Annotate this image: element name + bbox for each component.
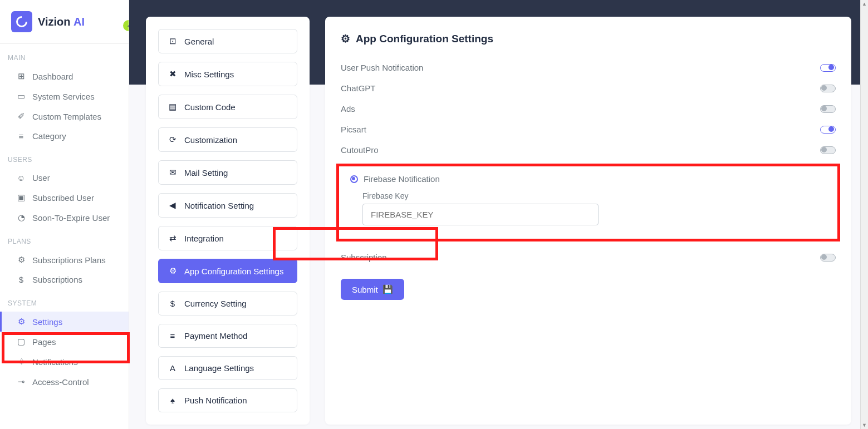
- submit-button[interactable]: Submit💾: [341, 279, 404, 300]
- clock-icon: ◔: [17, 213, 26, 223]
- section-plans-heading: PLANS: [0, 228, 129, 250]
- sidebar-collapse-button[interactable]: ‹: [123, 20, 129, 31]
- user-icon: ☺: [17, 173, 26, 183]
- sidebar-item-access-control[interactable]: ⊸Access-Control: [0, 372, 129, 392]
- tab-customization[interactable]: ⟳Customization: [158, 127, 297, 152]
- tab-label: Push Notification: [184, 396, 247, 405]
- sidebar-item-label: Subscriptions Plans: [32, 255, 106, 265]
- option-label: Ads: [341, 104, 355, 114]
- sidebar-item-label: Soon-To-Expire User: [32, 213, 110, 223]
- bell-icon: ♤: [17, 357, 26, 367]
- coins-icon: ≡: [168, 331, 178, 341]
- settings-tabs-card: ⊡General ✖Misc Settings ▤Custom Code ⟳Cu…: [146, 17, 310, 425]
- option-label: Subscription: [341, 253, 387, 262]
- tab-label: Customization: [184, 135, 237, 145]
- tab-app-config[interactable]: ⚙App Configuration Settings: [158, 259, 297, 283]
- tab-label: Custom Code: [184, 102, 236, 112]
- toggle-ads[interactable]: [820, 105, 836, 113]
- sidebar-item-label: Subscribed User: [32, 193, 94, 203]
- sidebar-item-category[interactable]: ≡Category: [0, 126, 129, 146]
- firebase-radio[interactable]: [350, 175, 358, 183]
- tab-label: General: [184, 37, 214, 46]
- option-ads: Ads: [341, 98, 836, 119]
- paint-icon: ⟳: [168, 135, 178, 145]
- tab-general[interactable]: ⊡General: [158, 29, 297, 53]
- option-label: CutoutPro: [341, 145, 379, 155]
- sidebar-item-subscription-plans[interactable]: ⚙Subscriptions Plans: [0, 250, 129, 270]
- firebase-key-label: Firebase Key: [362, 191, 826, 200]
- content: ⊡General ✖Misc Settings ▤Custom Code ⟳Cu…: [129, 0, 868, 429]
- tab-label: Payment Method: [184, 331, 247, 341]
- tab-language-settings[interactable]: ALanguage Settings: [158, 356, 297, 380]
- tab-integration[interactable]: ⇄Integration: [158, 226, 297, 250]
- sidebar-item-label: Access-Control: [32, 377, 89, 387]
- cube-icon: ⊡: [168, 36, 178, 46]
- option-user-push: User Push Notification: [341, 57, 836, 78]
- section-system-heading: SYSTEM: [0, 289, 129, 312]
- toggle-picsart[interactable]: [820, 126, 836, 134]
- sidebar-item-custom-templates[interactable]: ✐Custom Templates: [0, 106, 129, 126]
- tools-icon: ✖: [168, 69, 178, 79]
- sidebar-item-settings[interactable]: ⚙Settings: [0, 312, 129, 332]
- sidebar: Vizion AI ‹ MAIN ⊞Dashboard ▭System Serv…: [0, 0, 129, 429]
- tab-misc-settings[interactable]: ✖Misc Settings: [158, 62, 297, 86]
- main: ⊡General ✖Misc Settings ▤Custom Code ⟳Cu…: [129, 0, 868, 429]
- tab-custom-code[interactable]: ▤Custom Code: [158, 95, 297, 119]
- sidebar-item-label: Subscriptions: [32, 275, 82, 284]
- firebase-key-input[interactable]: [362, 204, 599, 225]
- option-subscription: Subscription: [341, 247, 836, 268]
- tab-mail-setting[interactable]: ✉Mail Setting: [158, 160, 297, 185]
- logo-icon: [11, 11, 32, 32]
- sidebar-item-subscribed-user[interactable]: ▣Subscribed User: [0, 188, 129, 208]
- toggle-subscription[interactable]: [820, 254, 836, 262]
- dollar-icon: $: [168, 299, 178, 308]
- sidebar-item-subscriptions[interactable]: $Subscriptions: [0, 270, 129, 289]
- option-label: Picsart: [341, 125, 366, 134]
- sliders-icon: ⇄: [168, 233, 178, 243]
- monitor-icon: ▭: [17, 91, 26, 101]
- tab-notification-setting[interactable]: ◀Notification Setting: [158, 193, 297, 218]
- firebase-label: Firebase Notification: [364, 174, 440, 184]
- sidebar-item-label: User: [32, 173, 50, 183]
- tab-push-notification[interactable]: ♠Push Notification: [158, 388, 297, 412]
- firebase-highlight-box: Firebase Notification Firebase Key: [336, 164, 840, 241]
- option-chatgpt: ChatGPT: [341, 78, 836, 98]
- toggle-user-push[interactable]: [820, 64, 836, 72]
- sidebar-item-label: System Services: [32, 92, 95, 101]
- mail-icon: ✉: [168, 167, 178, 177]
- tab-currency-setting[interactable]: $Currency Setting: [158, 292, 297, 315]
- sidebar-item-user[interactable]: ☺User: [0, 168, 129, 188]
- section-users-heading: USERS: [0, 146, 129, 168]
- tab-payment-method[interactable]: ≡Payment Method: [158, 324, 297, 348]
- toggle-cutoutpro[interactable]: [820, 146, 836, 154]
- tab-label: App Configuration Settings: [184, 267, 283, 276]
- gear-icon: ⚙: [17, 317, 26, 327]
- sidebar-item-soon-to-expire[interactable]: ◔Soon-To-Expire User: [0, 208, 129, 228]
- page-icon: ▢: [17, 337, 26, 347]
- sidebar-item-dashboard[interactable]: ⊞Dashboard: [0, 66, 129, 86]
- sidebar-item-label: Settings: [32, 317, 62, 327]
- tab-label: Mail Setting: [184, 168, 228, 177]
- sidebar-item-notifications[interactable]: ♤Notifications›: [0, 352, 129, 372]
- tab-label: Notification Setting: [184, 201, 254, 210]
- sidebar-item-system-services[interactable]: ▭System Services: [0, 86, 129, 106]
- toggle-chatgpt[interactable]: [820, 85, 836, 92]
- firebase-key-field: Firebase Key: [362, 191, 826, 225]
- option-label: User Push Notification: [341, 63, 423, 72]
- sliders-icon: ⚙: [17, 255, 26, 265]
- sidebar-item-label: Custom Templates: [32, 112, 101, 121]
- sidebar-item-label: Category: [32, 131, 66, 141]
- sidebar-item-label: Notifications: [32, 357, 78, 367]
- file-icon: ▤: [168, 102, 178, 112]
- option-label: ChatGPT: [341, 83, 376, 93]
- language-icon: A: [168, 363, 178, 373]
- grid-icon: ⊞: [17, 71, 26, 81]
- bell-icon: ♠: [168, 396, 178, 405]
- tab-label: Language Settings: [184, 363, 254, 373]
- form-card: ⚙App Configuration Settings User Push No…: [325, 17, 851, 425]
- settings-icon: ⚙: [168, 266, 178, 276]
- dollar-icon: $: [17, 275, 26, 284]
- list-icon: ≡: [17, 131, 26, 141]
- sidebar-item-pages[interactable]: ▢Pages: [0, 332, 129, 352]
- tab-label: Currency Setting: [184, 299, 247, 308]
